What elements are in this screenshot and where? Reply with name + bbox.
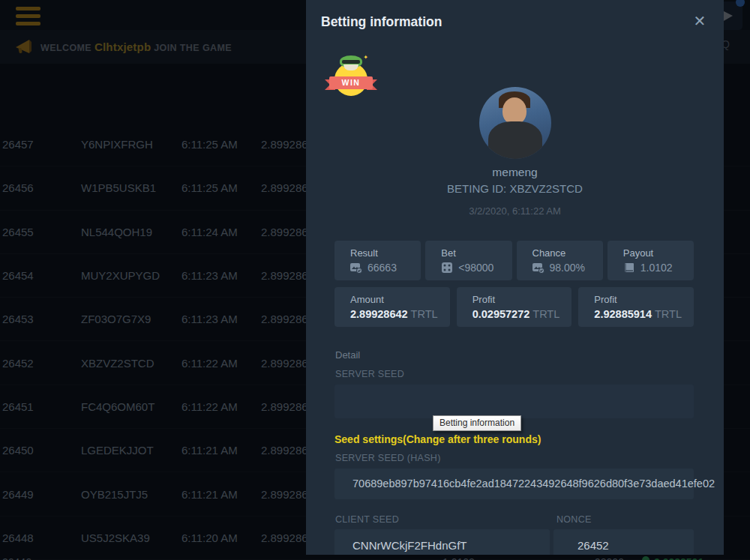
stat-profit-2: Profit 2.92885914TRTL [578, 287, 694, 327]
seed-settings-heading: Seed settings(Change after three rounds) [334, 433, 541, 445]
stat-bet: Bet <98000 [425, 241, 512, 280]
image-check-icon [532, 262, 544, 274]
stat-value: 1.0102 [640, 262, 673, 274]
currency-label: TRTL [655, 308, 682, 320]
image-check-icon [350, 262, 362, 274]
avatar [479, 87, 551, 159]
stats-row-2: Amount 2.89928642TRTL Profit 0.02957272T… [334, 287, 694, 327]
stat-value: 0.02957272 [472, 308, 530, 320]
server-seed-hash-label: SERVER SEED (HASH) [335, 453, 441, 463]
betting-id: BETING ID: XBZVZ2STCD [306, 182, 724, 195]
dice-icon [441, 262, 453, 274]
stat-profit-1: Profit 0.02957272TRTL [457, 287, 572, 327]
stat-payout: Payout 1.0102 [608, 241, 694, 280]
player-name: memeng [306, 166, 724, 179]
stat-value: <98000 [458, 262, 494, 274]
stat-value: 66663 [368, 262, 397, 274]
stat-value: 2.89928642 [350, 308, 408, 320]
close-icon[interactable]: ✕ [691, 12, 709, 30]
server-seed-label: SERVER SEED [335, 369, 404, 379]
stat-amount: Amount 2.89928642TRTL [334, 287, 450, 327]
client-seed-field[interactable]: CNNrWCkjF2FHdnGfT [334, 529, 550, 555]
stat-value: 2.92885914 [594, 308, 652, 320]
server-seed-field[interactable] [334, 385, 694, 418]
nonce-label: NONCE [556, 514, 592, 525]
detail-label: Detail [335, 349, 360, 361]
stat-value: 98.00% [550, 262, 585, 274]
currency-label: TRTL [411, 308, 438, 320]
tooltip: Betting information [433, 415, 521, 431]
client-seed-label: CLIENT SEED [335, 514, 399, 525]
stat-chance: Chance 98.00% [517, 241, 603, 280]
server-seed-hash-field[interactable]: 70689eb897b97416cb4fe2ad18472243492648f9… [334, 469, 694, 499]
modal-title: Betting information [321, 14, 442, 30]
stat-result: Result 66663 [334, 241, 421, 280]
nonce-field[interactable]: 26452 [554, 529, 694, 555]
win-badge-icon: ✦ WIN [329, 54, 373, 97]
bet-timestamp: 3/2/2020, 6:11:22 AM [306, 205, 724, 217]
win-ribbon: WIN [329, 76, 373, 89]
betting-information-modal: Betting information ✕ ✦ WIN memeng BETIN… [306, 0, 724, 555]
book-icon [623, 262, 635, 274]
stats-row-1: Result 66663 Bet [334, 241, 694, 280]
frog-icon [340, 55, 362, 67]
currency-label: TRTL [532, 308, 560, 320]
